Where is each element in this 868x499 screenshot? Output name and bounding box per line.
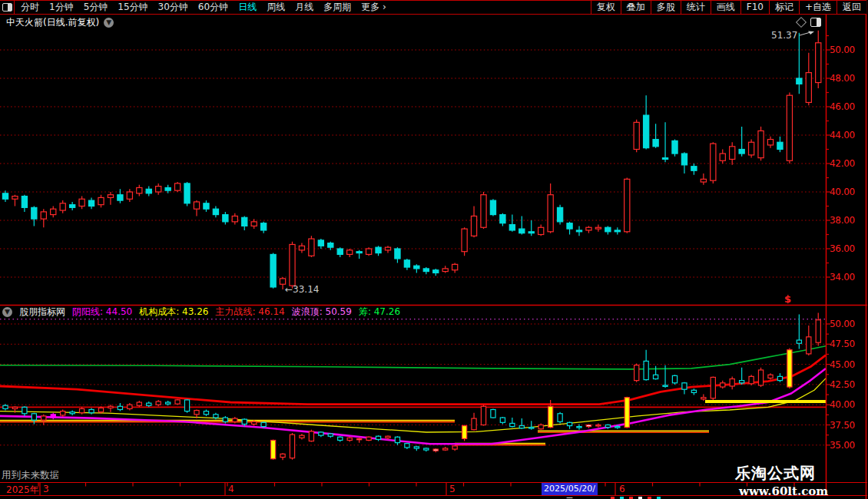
main-price-label: 50.00 xyxy=(830,45,863,55)
indicator-field: 波浪顶: 50.59 xyxy=(292,306,352,319)
toolbar-period-30分钟[interactable]: 30分钟 xyxy=(158,1,188,14)
toolbar-action-画线[interactable]: 画线 xyxy=(711,1,740,14)
low-price-annotation: ←33.14 xyxy=(285,284,319,295)
toolbar-period-多周期[interactable]: 多周期 xyxy=(323,1,351,14)
toolbar-period-周线[interactable]: 周线 xyxy=(267,1,285,14)
toolbar-action-标记[interactable]: 标记 xyxy=(769,1,799,14)
toolbar-period-日线[interactable]: 日线 xyxy=(238,1,257,14)
chevron-down-icon[interactable]: ▼ xyxy=(104,18,114,28)
main-candles xyxy=(2,31,820,289)
main-price-label: 44.00 xyxy=(830,130,863,140)
toolbar-period-更多 ›[interactable]: 更多 › xyxy=(361,1,386,14)
main-price-label: 34.00 xyxy=(830,272,863,283)
split-pane-icon[interactable] xyxy=(810,18,821,27)
toolbar-action-复权[interactable]: 复权 xyxy=(591,1,621,14)
toolbar-period-60分钟[interactable]: 60分钟 xyxy=(198,1,228,14)
action-menu: 复权叠加多股统计画线F10标记+自选返回 xyxy=(591,1,866,14)
panel-price-label: 47.50 xyxy=(830,339,863,349)
window-split-icon xyxy=(2,3,12,12)
diamond-icon[interactable] xyxy=(796,17,807,28)
toolbar-period-1分钟[interactable]: 1分钟 xyxy=(49,1,74,14)
x-axis-month-label: 3 xyxy=(43,484,49,494)
toolbar-action-F10[interactable]: F10 xyxy=(740,1,769,14)
indicator-field: 阴阳线: 44.50 xyxy=(72,306,132,319)
indicator-header: ▼ 股朋指标网 阴阳线: 44.50机构成本: 43.26主力战线: 46.14… xyxy=(2,306,400,318)
watermark-title: 乐淘公式网 xyxy=(735,463,816,484)
main-price-label: 48.00 xyxy=(830,73,863,84)
toolbar-period-月线[interactable]: 月线 xyxy=(295,1,313,14)
main-price-label: 38.00 xyxy=(830,215,863,226)
panel-price-label: 37.50 xyxy=(830,420,863,431)
pane-controls xyxy=(797,18,821,27)
panel-price-label: 45.00 xyxy=(830,359,863,370)
axes xyxy=(0,0,867,499)
main-price-label: 42.00 xyxy=(830,158,863,169)
panel-gridlines xyxy=(0,324,826,445)
toolbar-period-分时[interactable]: 分时 xyxy=(21,1,39,14)
chart-title-bar: 中天火箭(日线.前复权) ▼ xyxy=(6,16,114,29)
main-price-label: 36.00 xyxy=(830,243,863,254)
toolbar-action-统计[interactable]: 统计 xyxy=(681,1,711,14)
toolbar-period-5分钟[interactable]: 5分钟 xyxy=(84,1,108,14)
selected-date-badge[interactable]: 2025/05/20/二 xyxy=(542,483,598,495)
panel-candles xyxy=(3,313,820,461)
chart-canvas: 51.37←33.14$ xyxy=(0,0,868,499)
period-menu: 分时1分钟5分钟15分钟30分钟60分钟日线周线月线多周期更多 › xyxy=(15,1,591,14)
chart-annotations: 51.37←33.14$ xyxy=(285,30,814,305)
page-title: 中天火箭(日线.前复权) xyxy=(6,16,99,29)
panel-price-label: 50.00 xyxy=(830,319,863,329)
money-flag-marker: $ xyxy=(784,293,791,305)
toolbar-action-叠加[interactable]: 叠加 xyxy=(621,1,651,14)
indicator-field: 主力战线: 46.14 xyxy=(215,306,284,319)
high-price-annotation: 51.37 xyxy=(771,30,797,41)
toolbar-action-多股[interactable]: 多股 xyxy=(651,1,681,14)
watermark-url: www.60lt.com xyxy=(739,484,828,498)
indicator-field: 筹: 47.26 xyxy=(359,306,400,319)
toolbar-action-返回[interactable]: 返回 xyxy=(837,1,866,14)
toolbar-action-+自选[interactable]: +自选 xyxy=(799,1,837,14)
indicator-collapse-icon[interactable]: ▼ xyxy=(2,307,12,317)
panel-indicator-lines xyxy=(0,319,826,445)
date-axis-ticks xyxy=(38,483,794,496)
x-axis-month-label: 4 xyxy=(228,484,234,494)
window-layout-button[interactable] xyxy=(0,1,15,14)
top-toolbar: 分时1分钟5分钟15分钟30分钟60分钟日线周线月线多周期更多 › 复权叠加多股… xyxy=(0,0,866,15)
x-axis-month-label: 5 xyxy=(449,484,456,494)
trading-terminal-window: { "toolbar": { "left_items": [ {"label":… xyxy=(0,0,868,499)
panel-price-label: 35.00 xyxy=(830,440,863,451)
main-price-label: 40.00 xyxy=(830,187,863,197)
main-gridlines xyxy=(0,50,826,277)
status-note: 用到未来数据 xyxy=(2,469,59,482)
x-axis-year-label: 2025年 xyxy=(6,484,39,497)
indicator-source-label: 股朋指标网 xyxy=(19,306,65,319)
panel-price-label: 42.50 xyxy=(830,379,863,390)
x-axis-month-label: 6 xyxy=(619,484,625,494)
indicator-field: 机构成本: 43.26 xyxy=(139,306,208,319)
main-price-label: 46.00 xyxy=(830,101,863,112)
toolbar-period-15分钟[interactable]: 15分钟 xyxy=(118,1,147,14)
panel-price-label: 40.00 xyxy=(830,399,863,410)
